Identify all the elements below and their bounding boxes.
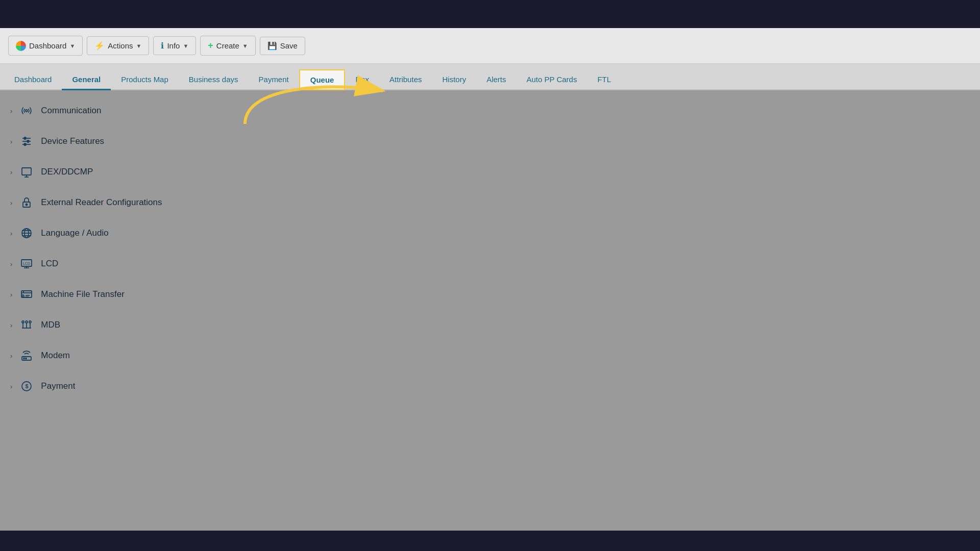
svg-point-4 xyxy=(24,137,26,139)
dashboard-label: Dashboard xyxy=(29,41,66,50)
create-label: Create xyxy=(216,41,239,50)
tab-business-days[interactable]: Business days xyxy=(179,70,249,90)
chevron-right-icon: › xyxy=(10,107,12,115)
dex-icon xyxy=(19,165,34,179)
info-button[interactable]: ℹ Info ▼ xyxy=(153,36,196,55)
tab-products-map[interactable]: Products Map xyxy=(111,70,179,90)
chevron-down-icon: ▼ xyxy=(242,43,248,49)
payment-label: Payment xyxy=(41,381,75,391)
chevron-right-icon: › xyxy=(10,291,12,298)
sidebar-item-modem[interactable]: › Modem xyxy=(0,340,194,371)
chevron-right-icon: › xyxy=(10,138,12,145)
chevron-right-icon: › xyxy=(10,260,12,268)
info-label: Info xyxy=(167,41,180,50)
svg-point-11 xyxy=(26,204,28,206)
chevron-right-icon: › xyxy=(10,199,12,207)
chevron-right-icon: › xyxy=(10,383,12,390)
chevron-down-icon: ▼ xyxy=(136,43,141,49)
modem-icon xyxy=(19,348,34,363)
top-bar xyxy=(0,0,980,28)
sidebar-item-machine-file[interactable]: › Machine File Transfer xyxy=(0,279,194,310)
svg-point-36 xyxy=(26,358,27,359)
mdb-label: MDB xyxy=(41,320,60,330)
sidebar-item-mdb[interactable]: › MDB xyxy=(0,310,194,340)
tab-ftl[interactable]: FTL xyxy=(587,70,621,90)
tab-payment[interactable]: Payment xyxy=(249,70,299,90)
sidebar-item-communication[interactable]: › Communication xyxy=(0,95,194,126)
dex-label: DEX/DDCMP xyxy=(41,167,93,177)
language-label: Language / Audio xyxy=(41,228,108,238)
actions-icon: ⚡ xyxy=(94,41,105,51)
sidebar-item-device-features[interactable]: › Device Features xyxy=(0,126,194,157)
sidebar-item-external-reader[interactable]: › External Reader Configurations xyxy=(0,187,194,218)
tab-dex[interactable]: Dex xyxy=(345,70,379,90)
chevron-right-icon: › xyxy=(10,321,12,329)
save-icon: 💾 xyxy=(267,41,277,51)
svg-rect-21 xyxy=(21,291,32,297)
svg-point-24 xyxy=(22,295,24,297)
svg-rect-7 xyxy=(22,168,31,175)
mdb-icon xyxy=(19,318,34,332)
bottom-bar xyxy=(0,531,980,551)
tab-history[interactable]: History xyxy=(432,70,476,90)
sidebar-item-language-audio[interactable]: › Language / Audio xyxy=(0,218,194,248)
chevron-down-icon: ▼ xyxy=(183,43,188,49)
modem-label: Modem xyxy=(41,350,70,361)
lcd-label: LCD xyxy=(41,259,58,269)
tab-attributes[interactable]: Attributes xyxy=(379,70,432,90)
chevron-right-icon: › xyxy=(10,352,12,360)
svg-point-0 xyxy=(26,110,28,112)
tabs-bar: Dashboard General Products Map Business … xyxy=(0,64,980,90)
toolbar: Dashboard ▼ ⚡ Actions ▼ ℹ Info ▼ + Creat… xyxy=(0,28,980,64)
svg-text:LCD: LCD xyxy=(23,262,30,265)
dashboard-icon xyxy=(16,40,26,51)
language-icon xyxy=(19,226,34,240)
device-features-icon xyxy=(19,134,34,148)
svg-point-29 xyxy=(29,321,31,323)
content-area: › Communication › xyxy=(0,90,980,531)
external-reader-label: External Reader Configurations xyxy=(41,197,162,208)
svg-point-5 xyxy=(27,140,29,142)
info-icon: ℹ xyxy=(161,41,164,51)
external-reader-icon xyxy=(19,195,34,210)
sidebar: › Communication › xyxy=(0,90,194,531)
chevron-down-icon: ▼ xyxy=(69,43,75,49)
create-button[interactable]: + Create ▼ xyxy=(200,36,255,56)
svg-text:$: $ xyxy=(26,383,29,389)
tab-general[interactable]: General xyxy=(62,70,111,90)
svg-point-6 xyxy=(24,143,26,145)
svg-point-27 xyxy=(22,321,24,323)
actions-label: Actions xyxy=(108,41,133,50)
sidebar-item-lcd[interactable]: › LCD LCD xyxy=(0,248,194,279)
tab-alerts[interactable]: Alerts xyxy=(476,70,516,90)
svg-point-28 xyxy=(26,321,28,323)
communication-label: Communication xyxy=(41,106,101,116)
communication-icon xyxy=(19,104,34,118)
sidebar-item-payment[interactable]: › $ Payment xyxy=(0,371,194,402)
tab-dashboard[interactable]: Dashboard xyxy=(4,70,62,90)
machine-file-label: Machine File Transfer xyxy=(41,289,124,299)
chevron-right-icon: › xyxy=(10,230,12,237)
create-icon: + xyxy=(208,40,213,51)
chevron-right-icon: › xyxy=(10,168,12,176)
lcd-icon: LCD xyxy=(19,257,34,271)
tab-queue[interactable]: Queue xyxy=(299,69,346,90)
main-content xyxy=(194,90,980,531)
payment-icon: $ xyxy=(19,379,34,393)
svg-point-35 xyxy=(23,358,24,359)
actions-button[interactable]: ⚡ Actions ▼ xyxy=(87,36,149,55)
device-features-label: Device Features xyxy=(41,136,104,146)
save-label: Save xyxy=(280,41,298,50)
dashboard-button[interactable]: Dashboard ▼ xyxy=(8,36,83,55)
sidebar-item-dex[interactable]: › DEX/DDCMP xyxy=(0,157,194,187)
tab-auto-pp-cards[interactable]: Auto PP Cards xyxy=(517,70,587,90)
save-button[interactable]: 💾 Save xyxy=(260,37,305,55)
machine-file-icon xyxy=(19,287,34,302)
